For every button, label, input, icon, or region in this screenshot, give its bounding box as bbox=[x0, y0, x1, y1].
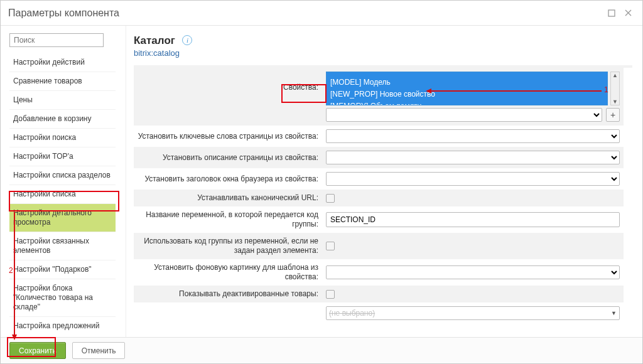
bgimage-select[interactable] bbox=[326, 265, 620, 279]
properties-multiselect[interactable]: [MODEL] Модель [NEW_PROP] Новое свойство… bbox=[326, 72, 608, 105]
sidebar-item-label: Настройки блока "Количество товара на ск… bbox=[13, 284, 93, 311]
svg-rect-0 bbox=[608, 10, 615, 16]
sidebar-item-label: Сравнение товаров bbox=[13, 77, 82, 85]
partial-select-value: (не выбрано) bbox=[329, 309, 375, 318]
search-input[interactable] bbox=[9, 33, 104, 47]
use-group-checkbox[interactable] bbox=[326, 242, 335, 250]
sidebar-nav[interactable]: Настройки действий Сравнение товаров Цен… bbox=[9, 53, 119, 335]
description-label: Установить описание страницы из свойства… bbox=[138, 153, 326, 163]
bgimage-label: Установить фоновую картинку для шаблона … bbox=[138, 263, 326, 282]
sidebar-item-label: Настройки действий bbox=[13, 58, 85, 67]
show-deactivated-label: Показывать деактивированные товары: bbox=[138, 289, 326, 299]
sidebar-item-gifts[interactable]: Настройки "Подарков" bbox=[9, 260, 116, 279]
titlebar: Параметры компонента bbox=[1, 1, 642, 26]
sidebar-item-add-to-cart[interactable]: Добавление в корзину bbox=[9, 110, 116, 129]
properties-label: Свойства: bbox=[138, 72, 326, 92]
varname-label: Название переменной, в которой передаетс… bbox=[138, 210, 326, 229]
sidebar-item-label: Цены bbox=[13, 95, 33, 104]
help-icon[interactable]: i bbox=[182, 35, 192, 45]
sidebar-item-label: Настройки списка bbox=[13, 190, 76, 198]
sidebar-item-label: Настройки поиска bbox=[13, 133, 76, 142]
sidebar-item-offers[interactable]: Настройка предложений bbox=[9, 317, 116, 335]
partial-select[interactable]: (не выбрано) ▼ bbox=[326, 306, 620, 320]
show-deactivated-checkbox[interactable] bbox=[326, 290, 335, 299]
canonical-label: Устанавливать канонический URL: bbox=[138, 193, 326, 203]
page-title: Каталог bbox=[134, 35, 175, 47]
form-scroll[interactable]: Свойства: [MODEL] Модель [NEW_PROP] Ново… bbox=[134, 68, 632, 337]
sidebar-item-search[interactable]: Настройки поиска bbox=[9, 129, 116, 147]
multiselect-option-memory[interactable]: [MEMORY] Объем памяти bbox=[327, 100, 607, 105]
scroll-up-icon[interactable]: ▲ bbox=[611, 72, 619, 78]
window-title: Параметры компонента bbox=[8, 8, 602, 19]
chevron-down-icon: ▼ bbox=[611, 310, 617, 316]
minimize-icon[interactable] bbox=[605, 6, 619, 20]
sidebar-item-label: Настройки списка разделов bbox=[13, 171, 111, 179]
sidebar-item-related[interactable]: Настройки связанных элементов bbox=[9, 232, 116, 260]
main-header: Каталог i bitrix:catalog bbox=[134, 32, 632, 64]
use-group-label: Использовать код группы из переменной, е… bbox=[138, 237, 326, 255]
sidebar-item-actions[interactable]: Настройки действий bbox=[9, 53, 116, 72]
sidebar-item-label: Добавление в корзину bbox=[13, 114, 91, 123]
component-id: bitrix:catalog bbox=[134, 48, 632, 58]
sidebar-item-label: Настройка предложений bbox=[13, 321, 99, 330]
keywords-select[interactable] bbox=[326, 129, 620, 143]
description-select[interactable] bbox=[326, 151, 620, 164]
canonical-checkbox[interactable] bbox=[326, 194, 335, 203]
scroll-down-icon[interactable]: ▼ bbox=[611, 99, 619, 105]
sidebar-item-prices[interactable]: Цены bbox=[9, 91, 116, 110]
keywords-label: Установить ключевые слова страницы из св… bbox=[138, 132, 326, 141]
sidebar: Настройки действий Сравнение товаров Цен… bbox=[1, 26, 126, 337]
sidebar-item-list[interactable]: Настройки списка bbox=[9, 185, 116, 204]
sidebar-item-top[interactable]: Настройки TOP'а bbox=[9, 147, 116, 166]
sidebar-item-stock[interactable]: Настройки блока "Количество товара на ск… bbox=[9, 279, 116, 317]
sidebar-item-label: Настройки детального просмотра bbox=[13, 208, 92, 227]
close-icon[interactable] bbox=[621, 6, 635, 20]
sidebar-item-label: Настройки связанных элементов bbox=[13, 237, 89, 255]
sidebar-item-label: Настройки TOP'а bbox=[13, 152, 73, 161]
browser-title-select[interactable] bbox=[326, 172, 620, 186]
add-property-button[interactable]: + bbox=[606, 108, 620, 122]
sidebar-item-section-list[interactable]: Настройки списка разделов bbox=[9, 166, 116, 185]
properties-extra-select[interactable] bbox=[326, 108, 602, 122]
scroll-track[interactable] bbox=[611, 78, 619, 99]
multiselect-option-newprop[interactable]: [NEW_PROP] Новое свойство bbox=[327, 88, 607, 100]
sidebar-item-label: Настройки "Подарков" bbox=[13, 265, 92, 274]
save-button[interactable]: Сохранить bbox=[9, 342, 66, 359]
cancel-button[interactable]: Отменить bbox=[72, 342, 126, 359]
multiselect-scrollbar[interactable]: ▲ ▼ bbox=[610, 72, 620, 105]
multiselect-option-model[interactable]: [MODEL] Модель bbox=[327, 76, 607, 88]
footer: Сохранить Отменить bbox=[1, 337, 642, 363]
browser-title-label: Установить заголовок окна браузера из св… bbox=[138, 174, 326, 184]
sidebar-item-compare[interactable]: Сравнение товаров bbox=[9, 72, 116, 91]
sidebar-item-detail[interactable]: Настройки детального просмотра bbox=[9, 204, 116, 232]
varname-input[interactable] bbox=[326, 212, 620, 227]
